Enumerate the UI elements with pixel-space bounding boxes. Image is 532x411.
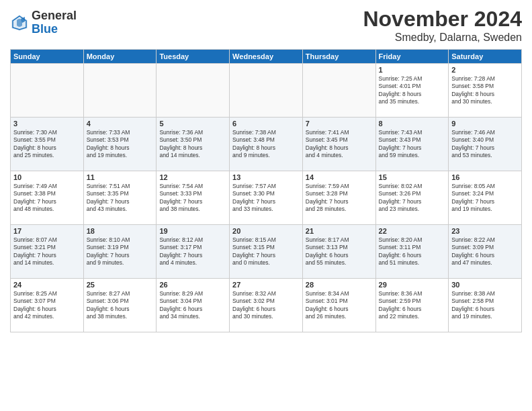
col-friday: Friday <box>375 50 449 64</box>
day-info: Sunrise: 8:17 AM Sunset: 3:13 PM Dayligh… <box>306 236 373 267</box>
logo: General Blue <box>10 9 77 36</box>
calendar-week-row: 24Sunrise: 8:25 AM Sunset: 3:07 PM Dayli… <box>11 279 522 332</box>
table-row: 7Sunrise: 7:41 AM Sunset: 3:45 PM Daylig… <box>302 118 375 171</box>
table-row <box>11 64 84 118</box>
day-info: Sunrise: 7:30 AM Sunset: 3:55 PM Dayligh… <box>13 129 81 160</box>
day-number: 27 <box>232 281 300 289</box>
day-info: Sunrise: 8:12 AM Sunset: 3:17 PM Dayligh… <box>159 236 226 267</box>
header: General Blue November 2024 Smedby, Dalar… <box>10 7 522 44</box>
table-row: 14Sunrise: 7:59 AM Sunset: 3:28 PM Dayli… <box>302 171 375 225</box>
table-row: 1Sunrise: 7:25 AM Sunset: 4:01 PM Daylig… <box>375 64 449 118</box>
table-row: 5Sunrise: 7:36 AM Sunset: 3:50 PM Daylig… <box>157 118 230 171</box>
day-info: Sunrise: 8:38 AM Sunset: 2:58 PM Dayligh… <box>451 290 519 321</box>
table-row: 23Sunrise: 8:22 AM Sunset: 3:09 PM Dayli… <box>449 225 522 279</box>
logo-text: General Blue <box>32 9 77 36</box>
col-sunday: Sunday <box>11 50 84 64</box>
day-number: 23 <box>451 227 519 235</box>
day-number: 19 <box>159 227 226 235</box>
day-info: Sunrise: 8:20 AM Sunset: 3:11 PM Dayligh… <box>379 236 446 267</box>
day-number: 4 <box>87 120 154 128</box>
table-row: 22Sunrise: 8:20 AM Sunset: 3:11 PM Dayli… <box>375 225 449 279</box>
page: General Blue November 2024 Smedby, Dalar… <box>0 0 532 411</box>
table-row: 16Sunrise: 8:05 AM Sunset: 3:24 PM Dayli… <box>449 171 522 225</box>
location-title: Smedby, Dalarna, Sweden <box>363 32 522 44</box>
table-row <box>157 64 230 118</box>
day-info: Sunrise: 7:41 AM Sunset: 3:45 PM Dayligh… <box>306 129 373 160</box>
day-info: Sunrise: 8:25 AM Sunset: 3:07 PM Dayligh… <box>13 290 81 321</box>
day-number: 30 <box>451 281 519 289</box>
day-number: 13 <box>232 173 300 181</box>
day-info: Sunrise: 8:22 AM Sunset: 3:09 PM Dayligh… <box>451 236 519 267</box>
day-info: Sunrise: 8:02 AM Sunset: 3:26 PM Dayligh… <box>379 183 446 214</box>
logo-blue: Blue <box>32 23 77 36</box>
day-number: 2 <box>451 66 519 74</box>
col-monday: Monday <box>83 50 157 64</box>
day-info: Sunrise: 8:10 AM Sunset: 3:19 PM Dayligh… <box>87 236 154 267</box>
day-info: Sunrise: 7:25 AM Sunset: 4:01 PM Dayligh… <box>379 75 446 106</box>
day-number: 16 <box>451 173 519 181</box>
table-row: 18Sunrise: 8:10 AM Sunset: 3:19 PM Dayli… <box>83 225 157 279</box>
table-row: 24Sunrise: 8:25 AM Sunset: 3:07 PM Dayli… <box>11 279 84 332</box>
table-row: 9Sunrise: 7:46 AM Sunset: 3:40 PM Daylig… <box>449 118 522 171</box>
day-number: 3 <box>13 120 81 128</box>
calendar-week-row: 1Sunrise: 7:25 AM Sunset: 4:01 PM Daylig… <box>11 64 522 118</box>
month-title: November 2024 <box>363 7 522 32</box>
table-row <box>83 64 157 118</box>
day-info: Sunrise: 8:36 AM Sunset: 2:59 PM Dayligh… <box>379 290 446 321</box>
table-row: 10Sunrise: 7:49 AM Sunset: 3:38 PM Dayli… <box>11 171 84 225</box>
logo-general: General <box>32 9 77 23</box>
table-row: 13Sunrise: 7:57 AM Sunset: 3:30 PM Dayli… <box>230 171 303 225</box>
day-number: 21 <box>306 227 373 235</box>
calendar-week-row: 17Sunrise: 8:07 AM Sunset: 3:21 PM Dayli… <box>11 225 522 279</box>
table-row: 2Sunrise: 7:28 AM Sunset: 3:58 PM Daylig… <box>449 64 522 118</box>
table-row: 11Sunrise: 7:51 AM Sunset: 3:35 PM Dayli… <box>83 171 157 225</box>
day-number: 24 <box>13 281 81 289</box>
table-row: 17Sunrise: 8:07 AM Sunset: 3:21 PM Dayli… <box>11 225 84 279</box>
day-number: 18 <box>87 227 154 235</box>
day-info: Sunrise: 7:33 AM Sunset: 3:53 PM Dayligh… <box>87 129 154 160</box>
day-number: 7 <box>306 120 373 128</box>
day-number: 28 <box>306 281 373 289</box>
table-row: 25Sunrise: 8:27 AM Sunset: 3:06 PM Dayli… <box>83 279 157 332</box>
day-number: 5 <box>159 120 226 128</box>
table-row: 28Sunrise: 8:34 AM Sunset: 3:01 PM Dayli… <box>302 279 375 332</box>
day-number: 9 <box>451 120 519 128</box>
table-row: 26Sunrise: 8:29 AM Sunset: 3:04 PM Dayli… <box>157 279 230 332</box>
table-row <box>230 64 303 118</box>
table-row: 20Sunrise: 8:15 AM Sunset: 3:15 PM Dayli… <box>230 225 303 279</box>
day-number: 1 <box>379 66 446 74</box>
table-row: 12Sunrise: 7:54 AM Sunset: 3:33 PM Dayli… <box>157 171 230 225</box>
day-number: 25 <box>87 281 154 289</box>
title-block: November 2024 Smedby, Dalarna, Sweden <box>363 7 522 44</box>
calendar-week-row: 10Sunrise: 7:49 AM Sunset: 3:38 PM Dayli… <box>11 171 522 225</box>
day-info: Sunrise: 7:51 AM Sunset: 3:35 PM Dayligh… <box>87 183 154 214</box>
table-row: 4Sunrise: 7:33 AM Sunset: 3:53 PM Daylig… <box>83 118 157 171</box>
day-number: 6 <box>232 120 300 128</box>
day-info: Sunrise: 8:29 AM Sunset: 3:04 PM Dayligh… <box>159 290 226 321</box>
calendar-week-row: 3Sunrise: 7:30 AM Sunset: 3:55 PM Daylig… <box>11 118 522 171</box>
day-number: 26 <box>159 281 226 289</box>
table-row: 30Sunrise: 8:38 AM Sunset: 2:58 PM Dayli… <box>449 279 522 332</box>
col-saturday: Saturday <box>449 50 522 64</box>
col-thursday: Thursday <box>302 50 375 64</box>
table-row: 21Sunrise: 8:17 AM Sunset: 3:13 PM Dayli… <box>302 225 375 279</box>
table-row <box>302 64 375 118</box>
day-info: Sunrise: 7:43 AM Sunset: 3:43 PM Dayligh… <box>379 129 446 160</box>
day-info: Sunrise: 8:05 AM Sunset: 3:24 PM Dayligh… <box>451 183 519 214</box>
day-info: Sunrise: 7:54 AM Sunset: 3:33 PM Dayligh… <box>159 183 226 214</box>
day-info: Sunrise: 7:28 AM Sunset: 3:58 PM Dayligh… <box>451 75 519 106</box>
table-row: 27Sunrise: 8:32 AM Sunset: 3:02 PM Dayli… <box>230 279 303 332</box>
day-number: 11 <box>87 173 154 181</box>
day-info: Sunrise: 8:27 AM Sunset: 3:06 PM Dayligh… <box>87 290 154 321</box>
col-wednesday: Wednesday <box>230 50 303 64</box>
day-info: Sunrise: 7:46 AM Sunset: 3:40 PM Dayligh… <box>451 129 519 160</box>
logo-icon <box>10 13 29 32</box>
table-row: 6Sunrise: 7:38 AM Sunset: 3:48 PM Daylig… <box>230 118 303 171</box>
table-row: 3Sunrise: 7:30 AM Sunset: 3:55 PM Daylig… <box>11 118 84 171</box>
day-info: Sunrise: 8:07 AM Sunset: 3:21 PM Dayligh… <box>13 236 81 267</box>
table-row: 8Sunrise: 7:43 AM Sunset: 3:43 PM Daylig… <box>375 118 449 171</box>
day-number: 10 <box>13 173 81 181</box>
day-number: 8 <box>379 120 446 128</box>
table-row: 29Sunrise: 8:36 AM Sunset: 2:59 PM Dayli… <box>375 279 449 332</box>
day-info: Sunrise: 8:34 AM Sunset: 3:01 PM Dayligh… <box>306 290 373 321</box>
